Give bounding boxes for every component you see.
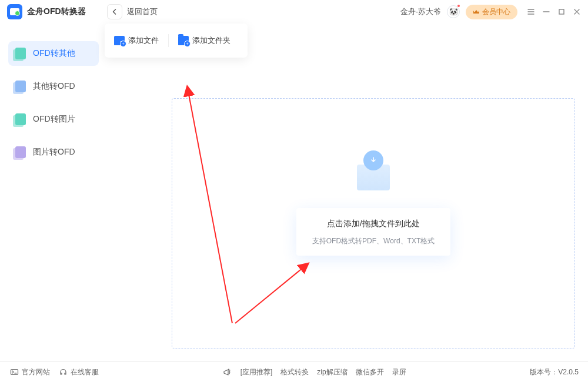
sidebar-item-label: OFD转图片 — [33, 114, 75, 125]
footer-link-zip[interactable]: zip解压缩 — [317, 367, 347, 377]
support-label: 在线客服 — [71, 367, 99, 377]
main-area: 添加文件 添加文件夹 点击添加/拖拽文件到此处 支持OFD格式转PDF、Word… — [105, 24, 588, 361]
app-logo — [7, 4, 22, 19]
app-body: OFD转其他 其他转OFD OFD转图片 图片转OFD 添加文件 添加文件夹 — [0, 24, 588, 361]
vip-label: 会员中心 — [482, 7, 510, 17]
drop-subtitle: 支持OFD格式转PDF、Word、TXT格式 — [306, 236, 441, 246]
username-label: 金舟-苏大爷 — [400, 6, 441, 17]
menu-icon — [527, 8, 535, 16]
sidebar-item-other-to-ofd[interactable]: 其他转OFD — [8, 74, 99, 99]
footer-left: 官方网站 在线客服 — [9, 367, 99, 377]
footer-link-wechat[interactable]: 微信多开 — [356, 367, 384, 377]
footer-link-recommend[interactable]: [应用推荐] — [240, 367, 273, 377]
vip-button[interactable]: 会员中心 — [466, 5, 517, 19]
footer-link-format[interactable]: 格式转换 — [280, 367, 309, 377]
maximize-button[interactable] — [557, 8, 566, 16]
back-group: 返回首页 — [107, 4, 158, 19]
megaphone-icon — [223, 367, 232, 377]
window-controls — [527, 8, 581, 16]
download-icon — [369, 156, 377, 165]
sidebar-item-label: OFD转其他 — [33, 48, 75, 59]
add-folder-label: 添加文件夹 — [192, 35, 230, 46]
add-file-button[interactable]: 添加文件 — [105, 35, 168, 46]
official-site-label: 官方网站 — [22, 367, 50, 377]
footer-center: [应用推荐] 格式转换 zip解压缩 微信多开 录屏 — [223, 367, 406, 377]
sidebar-item-ofd-to-other[interactable]: OFD转其他 — [8, 41, 99, 66]
drop-illustration — [348, 150, 399, 192]
add-file-icon — [114, 36, 125, 45]
drop-title: 点击添加/拖拽文件到此处 — [306, 219, 441, 229]
back-label: 返回首页 — [127, 6, 158, 17]
globe-icon — [9, 367, 19, 377]
drop-zone[interactable]: 点击添加/拖拽文件到此处 支持OFD格式转PDF、Word、TXT格式 — [172, 98, 575, 349]
footer-link-record[interactable]: 录屏 — [392, 367, 406, 377]
avatar[interactable]: 🐼 — [447, 5, 460, 18]
sidebar: OFD转其他 其他转OFD OFD转图片 图片转OFD — [0, 24, 105, 361]
version: 版本号：V2.0.5 — [530, 367, 579, 377]
support-link[interactable]: 在线客服 — [58, 367, 99, 377]
title-bar: 金舟OFD转换器 返回首页 金舟-苏大爷 🐼 会员中心 — [0, 0, 588, 24]
doc-icon — [14, 146, 27, 159]
footer: 官方网站 在线客服 [应用推荐] 格式转换 zip解压缩 微信多开 录屏 版本号… — [0, 361, 588, 382]
sidebar-item-label: 图片转OFD — [33, 147, 75, 158]
menu-button[interactable] — [527, 8, 535, 16]
arrow-left-icon — [111, 8, 118, 15]
crown-icon — [473, 8, 480, 15]
add-file-label: 添加文件 — [128, 35, 159, 46]
headset-icon — [58, 367, 68, 377]
doc-icon — [14, 80, 27, 93]
official-site-link[interactable]: 官方网站 — [9, 367, 50, 377]
sidebar-item-label: 其他转OFD — [33, 81, 75, 92]
drop-card[interactable]: 点击添加/拖拽文件到此处 支持OFD格式转PDF、Word、TXT格式 — [296, 208, 450, 256]
back-button[interactable] — [107, 4, 122, 19]
add-folder-button[interactable]: 添加文件夹 — [169, 35, 240, 46]
svg-rect-0 — [559, 9, 564, 14]
sidebar-item-image-to-ofd[interactable]: 图片转OFD — [8, 140, 99, 165]
svg-rect-1 — [11, 369, 18, 374]
header-left: 金舟OFD转换器 返回首页 — [7, 4, 158, 19]
add-folder-icon — [178, 36, 189, 45]
sidebar-item-ofd-to-image[interactable]: OFD转图片 — [8, 107, 99, 132]
minimize-icon — [542, 8, 550, 16]
doc-icon — [14, 47, 27, 60]
minimize-button[interactable] — [542, 8, 550, 16]
app-title: 金舟OFD转换器 — [27, 6, 86, 17]
header-right: 金舟-苏大爷 🐼 会员中心 — [400, 5, 581, 19]
add-card: 添加文件 添加文件夹 — [105, 24, 248, 58]
close-button[interactable] — [573, 8, 581, 16]
close-icon — [573, 8, 581, 16]
maximize-icon — [557, 8, 566, 16]
doc-icon — [14, 113, 27, 126]
